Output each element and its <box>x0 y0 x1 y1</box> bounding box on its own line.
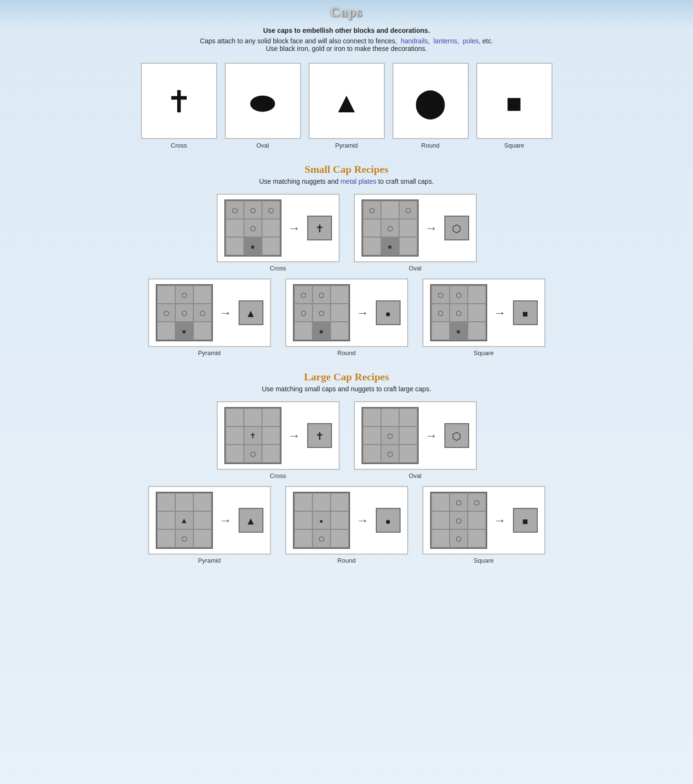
grid-cell <box>226 219 243 237</box>
cap-label-cross: Cross <box>171 142 187 149</box>
recipe-arrow: → <box>220 306 232 320</box>
small-recipe-pyramid: → Pyramid <box>148 278 271 357</box>
nugget-icon <box>200 308 205 318</box>
large-recipe-square-label: Square <box>474 557 494 564</box>
nugget-icon <box>456 308 462 318</box>
grid-cell <box>382 238 399 255</box>
recipe-arrow: → <box>425 428 438 443</box>
nugget-icon <box>181 290 187 300</box>
nugget-icon <box>405 205 411 215</box>
lanterns-link[interactable]: lanterns <box>433 37 457 45</box>
grid-cell <box>295 512 312 529</box>
square-icon <box>506 82 522 120</box>
intro-text: Caps attach to any solid block face and … <box>109 37 585 52</box>
recipe-arrow: → <box>220 513 232 528</box>
small-square-icon <box>474 497 480 507</box>
cap-img-cross <box>141 63 217 139</box>
large-recipe-pyramid-inner: → <box>148 486 271 555</box>
small-cap-icon <box>456 534 462 544</box>
grid-cell <box>295 322 312 339</box>
large-cross-result <box>307 423 332 448</box>
grid-cell <box>244 219 261 237</box>
recipe-arrow: → <box>288 221 301 236</box>
grid-cell <box>158 322 175 339</box>
nugget-icon <box>163 308 169 318</box>
page-title: Caps <box>109 5 585 20</box>
large-recipe-oval: → Oval <box>354 401 477 479</box>
grid-cell <box>400 219 417 237</box>
small-cap-icon <box>387 449 393 459</box>
small-recipe-square-label: Square <box>474 349 494 357</box>
large-recipe-cross-inner: → <box>217 401 340 470</box>
result-pyramid-icon <box>246 306 256 320</box>
recipe-arrow: → <box>494 306 506 320</box>
grid-cell <box>226 238 243 255</box>
grid-cell <box>331 512 348 529</box>
large-recipe-pyramid-label: Pyramid <box>198 557 221 564</box>
grid-cell <box>244 238 261 255</box>
grid-cell <box>363 445 381 462</box>
cap-img-oval <box>225 63 301 139</box>
small-square-icon <box>456 516 462 526</box>
grid-cell <box>450 530 467 547</box>
grid-cell <box>226 445 243 462</box>
grid-cell <box>382 427 399 444</box>
metal-plates-link[interactable]: metal plates <box>341 178 376 185</box>
cap-img-square <box>476 63 552 139</box>
small-cap-icon <box>319 534 324 544</box>
nugget-icon <box>268 205 274 215</box>
large-recipe-round-label: Round <box>337 557 355 564</box>
grid-cell <box>262 201 280 218</box>
small-recipe-square-inner: → <box>422 278 545 347</box>
large-round-result <box>376 508 401 533</box>
small-recipe-round: → Round <box>285 278 408 357</box>
result-square-icon <box>522 513 528 528</box>
result-square-icon <box>522 306 528 320</box>
recipe-arrow: → <box>425 221 438 236</box>
recipe-arrow: → <box>357 306 369 320</box>
grid-cell <box>244 201 261 218</box>
large-recipe-square: → Square <box>422 486 545 564</box>
handrails-link[interactable]: handrails <box>401 37 428 45</box>
grid-cell <box>363 427 381 444</box>
large-recipe-oval-label: Oval <box>409 472 422 479</box>
grid-cell <box>226 201 243 218</box>
small-round-grid <box>293 284 350 341</box>
plate-icon <box>320 326 323 336</box>
small-cap-icon <box>181 534 187 544</box>
small-cap-icon <box>250 449 256 459</box>
result-round-icon <box>385 306 391 320</box>
grid-cell <box>313 286 330 303</box>
nugget-icon <box>181 308 187 318</box>
grid-cell <box>295 286 312 303</box>
large-recipe-row-2: → Pyramid → R <box>109 486 585 564</box>
large-cap-title: Large Cap Recipes <box>109 371 585 383</box>
grid-cell <box>226 427 243 444</box>
grid-cell <box>194 512 211 529</box>
grid-cell <box>176 530 193 547</box>
grid-cell <box>313 304 330 321</box>
grid-cell <box>158 512 175 529</box>
grid-cell <box>432 304 449 321</box>
large-recipe-oval-inner: → <box>354 401 477 470</box>
large-recipe-cross-label: Cross <box>270 472 286 479</box>
grid-cell <box>262 219 280 237</box>
large-square-result <box>513 508 538 533</box>
small-recipe-cross-inner: → <box>217 194 340 262</box>
small-recipe-row-2: → Pyramid → R <box>109 278 585 357</box>
grid-cell <box>158 286 175 303</box>
grid-cell <box>313 530 330 547</box>
grid-cell <box>331 322 348 339</box>
nugget-icon <box>232 205 238 215</box>
grid-cell <box>363 238 381 255</box>
grid-cell <box>468 286 485 303</box>
grid-cell <box>194 322 211 339</box>
large-oval-result <box>444 423 469 448</box>
grid-cell <box>382 409 399 426</box>
grid-cell <box>400 427 417 444</box>
nugget-icon <box>301 290 306 300</box>
small-cross-grid <box>224 199 281 257</box>
nugget-icon <box>438 308 443 318</box>
grid-cell <box>176 304 193 321</box>
poles-link[interactable]: poles <box>462 37 478 45</box>
